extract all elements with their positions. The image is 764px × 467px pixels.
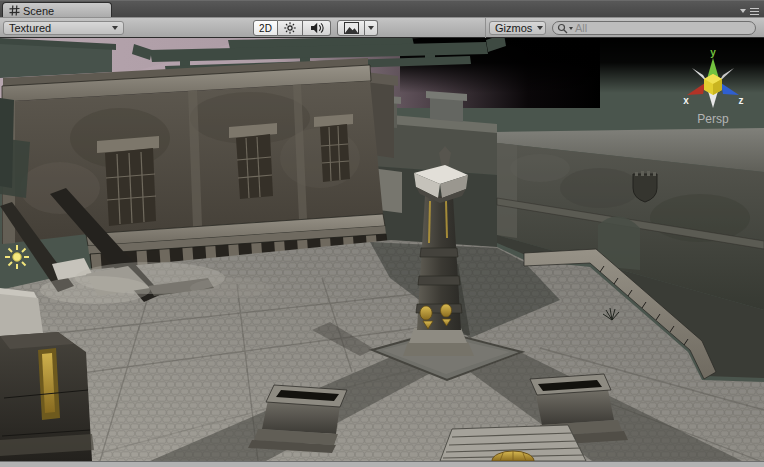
z-axis-label[interactable]: z — [739, 95, 744, 106]
tab-scene[interactable]: Scene — [2, 2, 112, 18]
toolbar-divider — [485, 18, 486, 39]
grid-icon — [9, 5, 20, 16]
search-scope-dropdown-icon[interactable] — [569, 27, 573, 30]
pane-controls — [740, 6, 759, 17]
tab-label: Scene — [23, 5, 54, 17]
pane-menu-icon[interactable] — [750, 6, 759, 17]
x-axis-label[interactable]: x — [683, 95, 689, 106]
chevron-down-icon — [537, 26, 543, 30]
gizmos-dropdown[interactable]: Gizmos — [489, 21, 546, 35]
projection-label[interactable]: Persp — [697, 112, 729, 126]
scene-viewport[interactable]: y x z Persp — [0, 38, 764, 461]
scene-toolbar: Textured 2D — [0, 17, 764, 38]
pane-dropdown-icon[interactable] — [740, 9, 746, 13]
scene-render: y x z Persp — [0, 38, 764, 461]
audio-toggle-button[interactable] — [303, 20, 331, 36]
toggle-2d-button[interactable]: 2D — [253, 20, 278, 36]
gizmos-label: Gizmos — [495, 22, 532, 34]
window-bottom-edge — [0, 461, 764, 467]
directional-light-gizmo[interactable] — [5, 245, 29, 269]
lighting-toggle-button[interactable] — [278, 20, 303, 36]
sun-icon — [284, 22, 296, 34]
tab-bar: Scene — [0, 0, 764, 17]
search-scope-label: All — [575, 22, 587, 34]
image-icon — [344, 22, 359, 34]
search-icon — [557, 23, 568, 34]
render-mode-value: Textured — [9, 22, 51, 34]
speaker-icon — [310, 22, 324, 34]
effects-controls — [337, 20, 378, 36]
render-mode-dropdown[interactable]: Textured — [3, 21, 124, 35]
shield-emblem — [633, 171, 657, 202]
search-field[interactable]: All — [552, 21, 756, 35]
effects-dropdown-button[interactable] — [365, 20, 378, 36]
unity-scene-window: Scene Textured 2D — [0, 0, 764, 467]
chevron-down-icon — [112, 26, 118, 30]
effects-toggle-button[interactable] — [337, 20, 365, 36]
chevron-down-icon — [368, 26, 374, 30]
y-axis-label[interactable]: y — [710, 47, 716, 58]
view-toggles: 2D — [253, 20, 331, 36]
